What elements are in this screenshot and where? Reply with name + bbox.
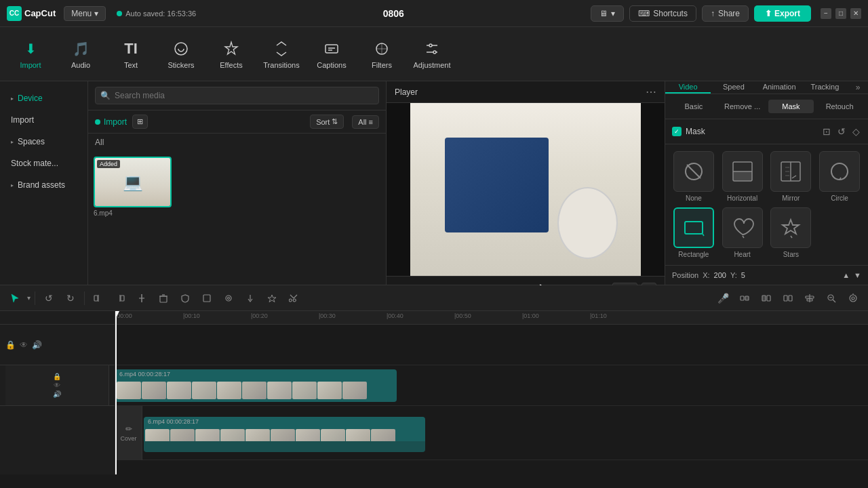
monitor-icon: 🖥 (599, 9, 608, 18)
search-wrap: 🔍 (95, 87, 379, 104)
tool-audio[interactable]: 🎵 Audio (57, 30, 104, 78)
more-tabs-icon[interactable]: » (848, 81, 868, 94)
arrow-button[interactable] (241, 289, 260, 308)
track2-hide-icon[interactable]: 👁 (54, 382, 60, 389)
svg-point-24 (226, 296, 231, 301)
mask-shape-circle[interactable]: Circle (818, 151, 861, 202)
svg-rect-20 (160, 296, 167, 302)
mask-shape-stars[interactable]: Stars (770, 207, 813, 258)
zoom-out-button[interactable] (822, 289, 841, 308)
tab-video[interactable]: Video (665, 81, 711, 94)
redo-button[interactable]: ↻ (61, 289, 80, 308)
menu-button[interactable]: Menu ▾ (64, 6, 106, 21)
sidebar-item-brand-assets[interactable]: ▸ Brand assets (3, 175, 85, 195)
track2-mute-icon[interactable]: 🔊 (53, 390, 61, 398)
tool-transitions[interactable]: Transitions (258, 30, 305, 78)
shortcuts-button[interactable]: ⌨ Shortcuts (629, 5, 696, 22)
mask-shape-rectangle[interactable]: Rectangle (672, 207, 715, 258)
sort-button[interactable]: Sort ⇅ (310, 115, 344, 129)
tab-speed[interactable]: Speed (711, 81, 756, 94)
mask-shape-heart[interactable]: Heart (721, 207, 764, 258)
align-button[interactable] (800, 289, 819, 308)
tool-stickers[interactable]: Stickers (157, 30, 205, 78)
grid-view-button[interactable]: ⊞ (132, 115, 148, 129)
tool-import[interactable]: ⬇ Import (7, 30, 54, 78)
import-media-button[interactable]: Import (95, 117, 127, 127)
svg-rect-23 (203, 295, 210, 302)
tool-effects[interactable]: Effects (208, 30, 255, 78)
mask-expand-button[interactable]: ⊡ (821, 125, 832, 138)
split-clip-button[interactable] (778, 289, 797, 308)
circle-tool-button[interactable] (219, 289, 238, 308)
track-link-button[interactable] (735, 289, 754, 308)
all-filter-button[interactable]: All ≡ (352, 115, 379, 129)
mask-shape-horizontal[interactable]: Horizontal (721, 151, 764, 202)
tool-filters[interactable]: Filters (358, 30, 406, 78)
aim-button[interactable] (844, 289, 863, 308)
mask-diamond-button[interactable]: ◇ (851, 125, 861, 138)
position-up-icon[interactable]: ▲ (842, 271, 850, 279)
media-item[interactable]: Added 6.mp4 (94, 157, 172, 217)
select-dropdown-icon[interactable]: ▾ (27, 294, 31, 302)
cut-button[interactable] (284, 289, 303, 308)
tool-captions[interactable]: Captions (308, 30, 355, 78)
split-button[interactable] (132, 289, 151, 308)
monitor-button[interactable]: 🖥 ▾ (591, 5, 624, 22)
track2-lock-icon[interactable]: 🔒 (53, 373, 61, 380)
frame-button[interactable] (197, 289, 216, 308)
position-label: Position (672, 271, 698, 279)
sidebar-item-spaces[interactable]: ▸ Spaces (3, 131, 85, 152)
mask-none-shape (673, 151, 714, 192)
svg-rect-9 (733, 171, 752, 181)
main-toolbar: ⬇ Import 🎵 Audio TI Text Stickers Effect… (0, 27, 868, 81)
sub-tab-retouch[interactable]: Retouch (816, 100, 863, 113)
export-button[interactable]: ⬆ Export (754, 5, 811, 22)
sub-tab-remove-bg[interactable]: Remove ... (719, 100, 766, 113)
track-hide-icon[interactable]: 👁 (20, 340, 28, 350)
sub-tab-mask[interactable]: Mask (768, 100, 814, 113)
undo-button[interactable]: ↺ (39, 289, 58, 308)
tab-tracking[interactable]: Tracking (802, 81, 848, 94)
close-button[interactable]: ✕ (850, 8, 861, 19)
track-clip-1[interactable]: 6.mp4 00:00:28:17 (115, 369, 397, 402)
svg-line-36 (833, 300, 835, 302)
shield-button[interactable] (176, 289, 195, 308)
sub-tab-basic[interactable]: Basic (671, 100, 717, 113)
track-mute-icon[interactable]: 🔊 (32, 340, 42, 350)
player-menu-icon[interactable]: ⋯ (646, 85, 656, 98)
share-button[interactable]: ↑ Share (702, 5, 749, 22)
sidebar-item-stock-label: Stock mate... (11, 159, 58, 168)
select-tool-button[interactable] (5, 289, 24, 308)
position-down-icon[interactable]: ▼ (854, 271, 861, 279)
svg-rect-16 (121, 296, 124, 301)
minimize-button[interactable]: − (821, 8, 831, 19)
stickers-icon (172, 39, 191, 58)
mask-shape-mirror[interactable]: Mirror (770, 151, 813, 202)
sidebar-item-brand-label: Brand assets (18, 180, 65, 190)
sidebar-item-device[interactable]: ▸ Device (3, 88, 85, 108)
tool-text[interactable]: TI Text (107, 30, 155, 78)
mask-shape-none[interactable]: None (672, 151, 715, 202)
maximize-button[interactable]: □ (835, 8, 846, 19)
cover-button[interactable]: ✏ Cover (115, 406, 142, 460)
svg-rect-31 (789, 296, 792, 301)
tab-animation[interactable]: Animation (757, 81, 802, 94)
sidebar-item-stock[interactable]: Stock mate... (3, 153, 85, 174)
mask-reset-button[interactable]: ↺ (836, 125, 847, 138)
mask-enabled-checkbox[interactable]: ✓ (672, 127, 682, 136)
timeline-cursor (115, 311, 117, 474)
track-controls-1 (0, 311, 115, 325)
left-panel: ▸ Device Import ▸ Spaces Stock mate... ▸… (0, 81, 88, 285)
video-preview (410, 103, 641, 276)
tool-adjustment[interactable]: Adjustment (408, 30, 456, 78)
delete-button[interactable] (154, 289, 173, 308)
search-input[interactable] (95, 87, 379, 104)
mic-button[interactable]: 🎤 (713, 289, 732, 308)
snap-button[interactable] (757, 289, 776, 308)
sidebar-item-import[interactable]: Import (3, 110, 85, 130)
track-lock-icon[interactable]: 🔒 (5, 340, 16, 350)
cover-control[interactable]: 🔒 👁 🔊 (5, 365, 109, 405)
split-left-button[interactable] (89, 289, 108, 308)
split-right-button[interactable] (111, 289, 130, 308)
star-tool-button[interactable] (262, 289, 281, 308)
